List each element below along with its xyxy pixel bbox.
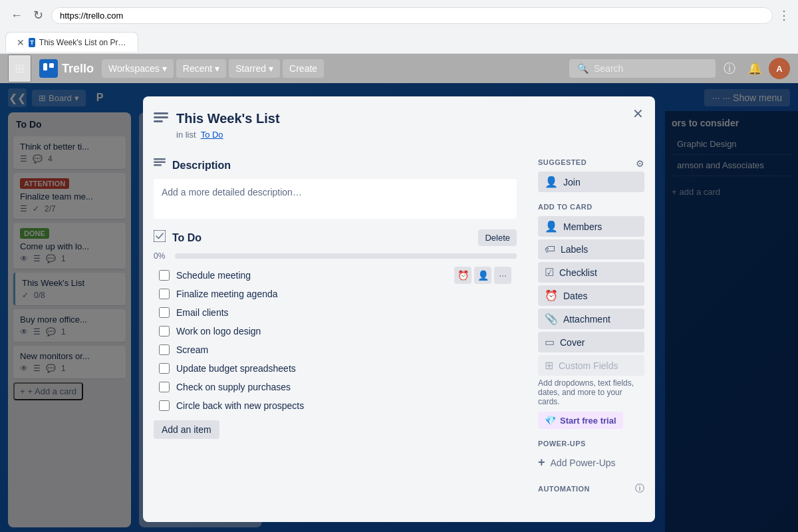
modal-body: Description Add a more detailed descript…: [143, 148, 655, 522]
checklist-checkbox[interactable]: [159, 307, 170, 318]
modal-card-subtitle: in list To Do: [176, 130, 280, 140]
modal-close-button[interactable]: ✕: [627, 103, 648, 124]
tab-title: This Week's List on Project X | Trello: [39, 38, 130, 47]
card-modal-icon: [154, 111, 168, 126]
modal-overlay: ✕ This Week's List in list To Do: [0, 83, 798, 532]
svg-rect-8: [154, 230, 166, 242]
checklist-checkbox[interactable]: [159, 289, 170, 299]
item-date-button[interactable]: ⏰: [454, 267, 471, 284]
checklist-item-text: Finalize meeting agenda: [176, 289, 278, 299]
description-box[interactable]: Add a more detailed description…: [154, 179, 517, 219]
recent-button[interactable]: Recent ▾: [176, 59, 226, 78]
trello-logo[interactable]: Trello: [34, 57, 99, 80]
modal-sidebar: SUGGESTED ⚙ 👤 Join ADD TO CARD 👤 Members: [527, 148, 655, 522]
add-item-button[interactable]: Add an item: [154, 420, 219, 439]
custom-fields-icon: ⊞: [545, 359, 553, 372]
clock-icon: ⏰: [458, 270, 469, 281]
create-button[interactable]: Create: [283, 59, 324, 78]
chevron-down-icon: ▾: [269, 63, 273, 74]
checklist-checkbox[interactable]: [159, 326, 170, 336]
checklist-item: Check on supply purchases: [154, 378, 517, 396]
checklist-checkbox[interactable]: [159, 363, 170, 374]
members-button[interactable]: 👤 Members: [538, 216, 644, 237]
start-trial-button[interactable]: 💎 Start free trial: [538, 412, 623, 429]
address-bar[interactable]: https://trello.com: [51, 7, 773, 24]
modal-card-title: This Week's List: [176, 110, 280, 127]
browser-chrome: ← ↻ https://trello.com ⋮ ✕ T This Week's…: [0, 0, 798, 54]
description-placeholder: Add a more detailed description…: [162, 187, 302, 198]
tab-close-button[interactable]: ✕: [17, 37, 25, 48]
labels-button[interactable]: 🏷 Labels: [538, 239, 644, 259]
dates-button[interactable]: ⏰ Dates: [538, 285, 644, 306]
in-list-link[interactable]: To Do: [201, 130, 223, 140]
cover-button[interactable]: ▭ Cover: [538, 332, 644, 352]
back-button[interactable]: ←: [8, 6, 25, 25]
automation-label: AUTOMATION ⓘ: [538, 483, 644, 495]
chevron-down-icon: ▾: [162, 63, 167, 74]
search-input[interactable]: [594, 63, 694, 74]
checklist-item: Update budget spreadsheets: [154, 359, 517, 378]
avatar[interactable]: A: [769, 58, 790, 79]
clock-icon: ⏰: [545, 289, 558, 302]
description-title: Description: [172, 160, 231, 172]
board-area: ❮❮ ⊞ Board ▾ P ··· ··· Show menu To Do T…: [0, 83, 798, 532]
browser-toolbar: ← ↻ https://trello.com ⋮: [0, 0, 798, 31]
checklist-title-area: To Do: [154, 230, 201, 245]
chevron-down-icon: ▾: [215, 63, 219, 74]
notification-button[interactable]: 🔔: [743, 57, 766, 80]
checklist-sidebar-button[interactable]: ☑ Checklist: [538, 262, 644, 283]
checklist-checkbox[interactable]: [159, 344, 170, 355]
add-to-card-label: ADD TO CARD: [538, 203, 644, 211]
checklist-item: Work on logo design: [154, 322, 517, 340]
apps-grid-button[interactable]: ⊞: [8, 55, 31, 82]
item-more-button[interactable]: ···: [494, 267, 511, 284]
delete-checklist-button[interactable]: Delete: [478, 229, 517, 246]
tab-favicon: T: [29, 38, 35, 47]
trello-logo-icon: [39, 59, 58, 78]
svg-rect-5: [154, 158, 166, 160]
plus-icon: +: [538, 456, 545, 469]
checklist-icon: ☑: [545, 266, 554, 279]
url-text: https://trello.com: [60, 11, 123, 21]
checklist-item-text: Update budget spreadsheets: [176, 363, 296, 374]
add-power-ups-button[interactable]: + Add Power-Ups: [538, 453, 616, 472]
browser-tab[interactable]: ✕ T This Week's List on Project X | Trel…: [5, 32, 138, 52]
checklist-item: Schedule meeting ⏰ 👤 ···: [154, 266, 517, 285]
diamond-icon: 💎: [545, 415, 556, 426]
checklist-item: Scream: [154, 340, 517, 359]
checklist-title: To Do: [172, 232, 201, 244]
custom-fields-button[interactable]: ⊞ Custom Fields: [538, 355, 644, 376]
checklist-item-text: Check on supply purchases: [176, 382, 291, 392]
info-button[interactable]: ⓘ: [718, 57, 741, 80]
reload-button[interactable]: ↻: [31, 5, 46, 25]
join-button[interactable]: 👤 Join: [538, 172, 644, 192]
workspaces-button[interactable]: Workspaces ▾: [102, 59, 174, 78]
attachment-button[interactable]: 📎 Attachment: [538, 309, 644, 329]
svg-rect-4: [154, 120, 163, 122]
svg-rect-2: [154, 112, 168, 114]
modal-main: Description Add a more detailed descript…: [143, 148, 527, 522]
checklist-checkbox[interactable]: [159, 382, 170, 392]
checklist-checkbox[interactable]: [159, 400, 170, 411]
tab-bar: ✕ T This Week's List on Project X | Trel…: [0, 31, 798, 53]
automation-info-button[interactable]: ⓘ: [635, 483, 644, 495]
checklist-item: Email clients: [154, 303, 517, 322]
item-member-button[interactable]: 👤: [474, 267, 491, 284]
modal-header: This Week's List in list To Do: [143, 96, 655, 148]
svg-rect-0: [43, 63, 47, 70]
person-icon: 👤: [545, 176, 558, 188]
suggested-settings-button[interactable]: ⚙: [636, 158, 644, 169]
checklist-item: Circle back with new prospects: [154, 396, 517, 415]
browser-menu-button[interactable]: ⋮: [778, 8, 790, 23]
progress-row: 0%: [154, 251, 517, 261]
cover-icon: ▭: [545, 336, 555, 348]
checklist-item-text: Work on logo design: [176, 326, 261, 336]
search-bar[interactable]: 🔍: [569, 59, 716, 78]
checklist-items: Schedule meeting ⏰ 👤 ···: [154, 266, 517, 415]
starred-button[interactable]: Starred ▾: [229, 59, 280, 78]
checklist-checkbox[interactable]: [159, 270, 170, 281]
checklist-item-text: Schedule meeting: [176, 270, 251, 281]
checklist-item-text: Scream: [176, 344, 208, 355]
person-icon: 👤: [545, 220, 558, 233]
trello-navbar: ⊞ Trello Workspaces ▾ Recent ▾ Starred ▾…: [0, 54, 798, 83]
